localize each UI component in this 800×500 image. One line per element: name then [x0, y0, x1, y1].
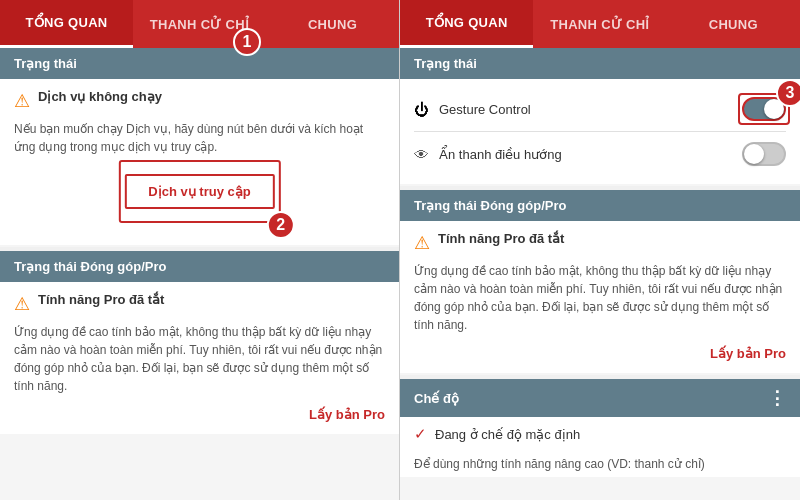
check-icon: ✓ [414, 425, 427, 443]
pro-warning-row-right: ⚠ Tính năng Pro đã tắt [414, 231, 786, 254]
right-content: Trạng thái ⏻ Gesture Control 3 [400, 48, 800, 500]
mode-sub-text: Để dùng những tính năng nâng cao (VD: th… [414, 455, 786, 473]
gesture-control-label: Gesture Control [439, 102, 531, 117]
status-body-left: ⚠ Dịch vụ không chạy Nếu bạn muốn chạy D… [0, 79, 399, 245]
gesture-control-left: ⏻ Gesture Control [414, 101, 531, 118]
mode-header: Chế độ ⋮ [400, 379, 800, 417]
pro-link-right[interactable]: Lấy bản Pro [710, 346, 786, 361]
tab-thanh-cu-chi-left[interactable]: THANH CỬ CHỈ [133, 0, 266, 48]
status-body-right: ⏻ Gesture Control 3 👁 Ẩn [400, 79, 800, 184]
access-service-button[interactable]: Dịch vụ truy cập [124, 174, 274, 209]
left-panel: TỔNG QUAN THANH CỬ CHỈ CHUNG 1 Trạng thá… [0, 0, 400, 500]
status-header-right: Trạng thái [400, 48, 800, 79]
tab-bar-right: TỔNG QUAN THANH CỬ CHỈ CHUNG [400, 0, 800, 48]
mode-check-row: ✓ Đang ở chế độ mặc định [400, 417, 800, 451]
mode-sub-text-container: Để dùng những tính năng nâng cao (VD: th… [400, 451, 800, 477]
pro-link-container-right: Lấy bản Pro [414, 342, 786, 363]
gesture-toggle[interactable] [742, 97, 786, 121]
pro-body-right: ⚠ Tính năng Pro đã tắt Ứng dụng đề cao t… [400, 221, 800, 373]
hide-nav-icon: 👁 [414, 146, 429, 163]
mode-header-label: Chế độ [414, 391, 459, 406]
hide-nav-toggle-knob [744, 144, 764, 164]
pro-header-left: Trạng thái Đóng góp/Pro [0, 251, 399, 282]
toggle-divider [414, 131, 786, 132]
tab-chung-right[interactable]: CHUNG [667, 0, 800, 48]
warning-row-left: ⚠ Dịch vụ không chạy [14, 89, 385, 112]
tab-chung-left[interactable]: CHUNG [266, 0, 399, 48]
pro-link-container-left: Lấy bản Pro [14, 403, 385, 424]
gesture-toggle-wrapper: 3 [742, 97, 786, 121]
left-content: Trạng thái ⚠ Dịch vụ không chạy Nếu bạn … [0, 48, 399, 500]
pro-warning-row: ⚠ Tính năng Pro đã tắt [14, 292, 385, 315]
warning-text-left: Dịch vụ không chạy [38, 89, 162, 104]
gesture-toggle-knob [764, 99, 784, 119]
mode-check-label: Đang ở chế độ mặc định [435, 427, 580, 442]
hide-nav-row: 👁 Ẩn thanh điều hướng [414, 134, 786, 174]
pro-link-left[interactable]: Lấy bản Pro [309, 407, 385, 422]
gesture-control-row: ⏻ Gesture Control 3 [414, 89, 786, 129]
hide-nav-label: Ẩn thanh điều hướng [439, 147, 562, 162]
mode-menu-icon[interactable]: ⋮ [768, 387, 786, 409]
pro-body-left: ⚠ Tính năng Pro đã tắt Ứng dụng đề cao t… [0, 282, 399, 434]
pro-warning-icon-right: ⚠ [414, 232, 430, 254]
hide-nav-left: 👁 Ẩn thanh điều hướng [414, 146, 562, 163]
warning-icon-left: ⚠ [14, 90, 30, 112]
pro-description-right: Ứng dụng đề cao tính bảo mật, không thu … [414, 262, 786, 334]
tab-thanh-cu-chi-right[interactable]: THANH CỬ CHỈ [533, 0, 666, 48]
gesture-icon: ⏻ [414, 101, 429, 118]
right-panel: TỔNG QUAN THANH CỬ CHỈ CHUNG Trạng thái … [400, 0, 800, 500]
pro-warning-text: Tính năng Pro đã tắt [38, 292, 164, 307]
status-header-left: Trạng thái [0, 48, 399, 79]
tab-tong-quan-right[interactable]: TỔNG QUAN [400, 0, 533, 48]
tab-tong-quan-left[interactable]: TỔNG QUAN [0, 0, 133, 48]
hide-nav-toggle[interactable] [742, 142, 786, 166]
status-description-left: Nếu bạn muốn chạy Dịch vụ, hãy dùng nút … [14, 120, 385, 156]
pro-warning-icon: ⚠ [14, 293, 30, 315]
tab-bar-left: TỔNG QUAN THANH CỬ CHỈ CHUNG 1 [0, 0, 399, 48]
pro-header-right: Trạng thái Đóng góp/Pro [400, 190, 800, 221]
pro-description-left: Ứng dụng đề cao tính bảo mật, không thu … [14, 323, 385, 395]
pro-warning-text-right: Tính năng Pro đã tắt [438, 231, 564, 246]
